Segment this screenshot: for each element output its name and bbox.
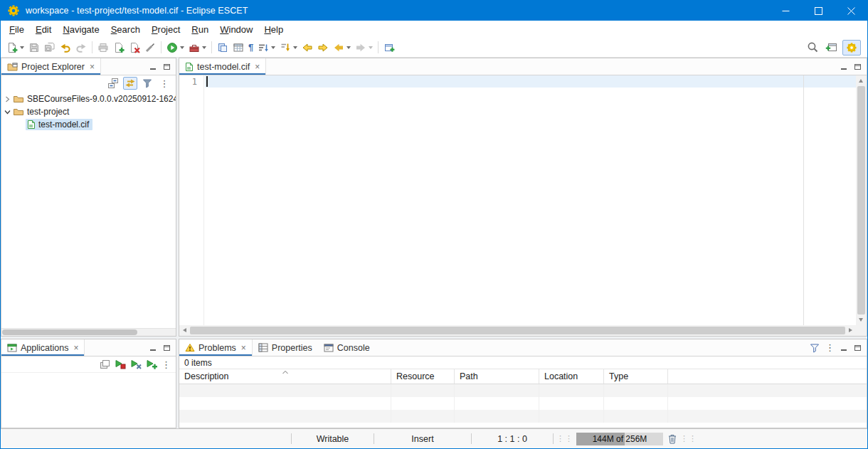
close-tab-icon[interactable]: × xyxy=(90,63,95,71)
screwdriver-icon[interactable] xyxy=(142,40,158,56)
project-explorer-tree: SBECourseFiles-9.0.0.v20250912-16241 tes… xyxy=(1,91,176,328)
run-dropdown-icon[interactable] xyxy=(180,46,184,49)
menu-help[interactable]: Help xyxy=(258,22,289,37)
maximize-view-icon[interactable] xyxy=(163,344,171,352)
minimize-window-button[interactable] xyxy=(769,1,802,21)
tab-test-model-cif[interactable]: test-model.cif × xyxy=(179,58,266,75)
escet-logo-icon xyxy=(7,4,20,17)
tab-project-explorer[interactable]: Project Explorer × xyxy=(1,58,101,75)
editor-text-area[interactable]: 1 xyxy=(179,75,867,336)
open-declaration-button[interactable] xyxy=(215,40,231,56)
terminate-all-button[interactable] xyxy=(115,359,126,369)
next-edit-button[interactable] xyxy=(315,40,331,56)
link-with-editor-toggle[interactable] xyxy=(123,77,137,90)
open-perspective-button[interactable] xyxy=(823,40,840,56)
collapse-all-button[interactable] xyxy=(106,77,120,90)
new-wizard-dropdown-icon[interactable] xyxy=(20,46,24,49)
menu-search[interactable]: Search xyxy=(105,22,146,37)
annotation-dropdown-icon[interactable] xyxy=(293,46,297,49)
project-explorer-horizontal-scrollbar[interactable] xyxy=(1,328,176,336)
redo-icon[interactable] xyxy=(73,40,89,56)
close-tab-icon[interactable]: × xyxy=(73,344,78,352)
tab-console[interactable]: Console xyxy=(318,339,376,356)
show-table-button[interactable] xyxy=(231,40,246,56)
scroll-up-arrow-icon[interactable] xyxy=(859,79,863,83)
folder-icon xyxy=(13,95,24,104)
chevron-down-icon[interactable] xyxy=(1,109,13,115)
maximize-view-icon[interactable] xyxy=(854,63,862,70)
menu-navigate[interactable]: Navigate xyxy=(57,22,105,37)
editor-vertical-scrollbar[interactable] xyxy=(856,75,867,325)
scroll-down-arrow-icon[interactable] xyxy=(859,318,863,322)
tab-problems[interactable]: Problems × xyxy=(179,339,253,356)
save-button[interactable] xyxy=(26,40,42,56)
print-button[interactable] xyxy=(95,40,111,56)
menu-project[interactable]: Project xyxy=(146,22,186,37)
tree-item-sbecoursefiles[interactable]: SBECourseFiles-9.0.0.v20250912-16241 xyxy=(1,93,176,105)
column-label: Type xyxy=(609,371,628,381)
forward-history-dropdown-icon[interactable] xyxy=(369,46,373,49)
filter-icon[interactable] xyxy=(810,343,820,353)
view-menu-icon[interactable]: ⋮ xyxy=(162,360,171,369)
scrollbar-thumb[interactable] xyxy=(190,327,845,334)
insert-mode-status: Insert xyxy=(374,434,471,444)
scrollbar-thumb[interactable] xyxy=(857,86,865,315)
previous-edit-button[interactable] xyxy=(300,40,315,56)
selected-tree-item[interactable]: test-model.cif xyxy=(26,119,92,130)
search-icon[interactable] xyxy=(805,40,821,56)
undo-icon[interactable] xyxy=(58,40,73,56)
sort-dropdown-icon[interactable] xyxy=(271,46,275,49)
delete-element-button[interactable] xyxy=(127,40,142,56)
menu-run[interactable]: Run xyxy=(186,22,214,37)
column-header-location[interactable]: Location xyxy=(539,369,604,384)
save-all-button[interactable] xyxy=(42,40,58,56)
auto-remove-toggle-button[interactable] xyxy=(146,359,157,369)
column-header-description[interactable]: Description xyxy=(179,369,391,384)
column-header-path[interactable]: Path xyxy=(455,369,539,384)
view-menu-icon[interactable]: ⋮ xyxy=(825,343,835,352)
run-button[interactable] xyxy=(164,40,186,56)
close-window-button[interactable] xyxy=(835,1,867,21)
scroll-right-arrow-icon[interactable] xyxy=(849,328,852,332)
maximize-view-icon[interactable] xyxy=(163,63,171,70)
view-menu-icon[interactable]: ⋮ xyxy=(157,77,171,90)
menu-file[interactable]: File xyxy=(4,22,30,37)
show-whitespace-button[interactable]: ¶ xyxy=(246,40,255,56)
column-header-type[interactable]: Type xyxy=(604,369,668,384)
new-wizard-button[interactable] xyxy=(4,40,26,56)
chevron-right-icon[interactable] xyxy=(1,96,13,102)
minimize-view-icon[interactable] xyxy=(149,344,157,352)
remove-terminated-button[interactable] xyxy=(130,359,142,369)
escet-perspective-button[interactable] xyxy=(842,40,861,56)
sort-button[interactable] xyxy=(255,40,277,56)
next-annotation-button[interactable] xyxy=(277,40,300,56)
tab-properties[interactable]: Properties xyxy=(253,339,318,356)
tree-item-test-project[interactable]: test-project xyxy=(1,105,176,118)
scroll-left-arrow-icon[interactable] xyxy=(183,328,186,332)
group-applications-icon[interactable] xyxy=(100,359,110,369)
external-tools-button[interactable] xyxy=(186,40,208,56)
minimize-view-icon[interactable] xyxy=(840,63,848,70)
menu-window[interactable]: Window xyxy=(214,22,258,37)
add-element-button[interactable] xyxy=(111,40,127,56)
editor-horizontal-scrollbar[interactable] xyxy=(179,325,856,336)
minimize-view-icon[interactable] xyxy=(840,344,848,352)
filter-icon[interactable] xyxy=(140,77,154,90)
minimize-view-icon[interactable] xyxy=(149,63,157,70)
maximize-view-icon[interactable] xyxy=(854,344,862,352)
problems-view: Problems × Properties Console xyxy=(179,339,867,428)
tab-applications[interactable]: Applications × xyxy=(1,339,85,356)
maximize-window-button[interactable] xyxy=(802,1,835,21)
forward-history-button[interactable] xyxy=(353,40,375,56)
close-tab-icon[interactable]: × xyxy=(255,63,260,71)
close-tab-icon[interactable]: × xyxy=(241,344,246,352)
new-editor-button[interactable] xyxy=(381,40,397,56)
back-history-button[interactable] xyxy=(331,40,353,56)
external-tools-dropdown-icon[interactable] xyxy=(202,46,206,49)
menu-edit[interactable]: Edit xyxy=(30,22,57,37)
back-history-dropdown-icon[interactable] xyxy=(346,46,351,49)
run-garbage-collector-button[interactable] xyxy=(667,433,677,444)
column-header-resource[interactable]: Resource xyxy=(391,369,455,384)
scrollbar-thumb[interactable] xyxy=(2,329,137,335)
tree-item-test-model[interactable]: test-model.cif xyxy=(1,118,176,131)
